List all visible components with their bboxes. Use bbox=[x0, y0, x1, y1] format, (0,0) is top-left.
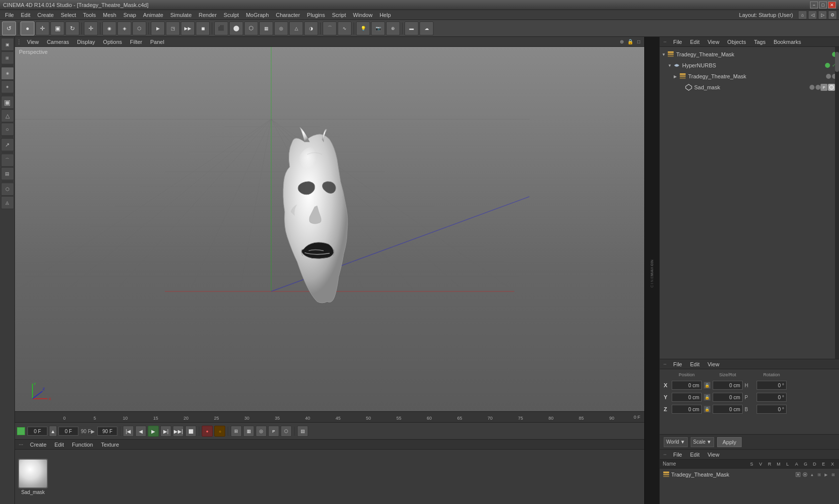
vp-icon-lock[interactable]: 🔒 bbox=[627, 38, 634, 45]
menu-tools[interactable]: Tools bbox=[80, 11, 99, 18]
layout-btn-home[interactable]: ⌂ bbox=[798, 10, 807, 19]
attr-menu-edit[interactable]: Edit bbox=[688, 451, 702, 458]
coords-grip[interactable] bbox=[663, 359, 667, 369]
tool-edge-mode[interactable]: ◈ bbox=[117, 21, 131, 35]
obj-row-sad-mask[interactable]: ▶ Sad_mask P bbox=[660, 82, 839, 93]
coord-lock-x[interactable]: 🔒 bbox=[704, 382, 711, 389]
sidebar-btn-poly[interactable]: ▣ bbox=[1, 96, 14, 109]
sidebar-btn-sculpt4[interactable]: ◬ bbox=[1, 196, 14, 209]
obj-row-hypernurbs[interactable]: ▼ HyperNURBS ✓ bbox=[660, 60, 839, 71]
layout-btn-settings[interactable]: ⚙ bbox=[828, 10, 837, 19]
vp-icon-maximize[interactable]: □ bbox=[635, 38, 642, 45]
material-swatch-sad-mask[interactable] bbox=[18, 459, 48, 489]
obj-scrollbar[interactable] bbox=[835, 47, 839, 359]
menu-help[interactable]: Help bbox=[377, 11, 394, 18]
obj-tag-1[interactable]: P bbox=[821, 84, 828, 91]
tool-render-region[interactable]: ◳ bbox=[166, 21, 180, 35]
step-back-button[interactable]: ◀ bbox=[135, 426, 146, 437]
tool-light[interactable]: 💡 bbox=[356, 21, 370, 35]
coord-z-pos[interactable] bbox=[672, 405, 702, 414]
sidebar-btn-sculpt3[interactable]: ⬡ bbox=[1, 183, 14, 196]
obj-render-dot-4[interactable] bbox=[816, 85, 821, 90]
tool-scale[interactable]: ▣ bbox=[50, 21, 64, 35]
record-button[interactable]: ⏹ bbox=[185, 426, 196, 437]
obj-menu-file[interactable]: File bbox=[671, 38, 684, 45]
sidebar-btn-sculpt2[interactable]: ▤ bbox=[1, 167, 14, 180]
coord-y-pos[interactable] bbox=[672, 393, 702, 402]
attr-ind-2[interactable] bbox=[802, 472, 808, 478]
maximize-button[interactable]: □ bbox=[819, 1, 827, 8]
vp-menu-view[interactable]: View bbox=[25, 38, 41, 45]
attr-row-tradegy[interactable]: Tradegy_Theatre_Mask bbox=[660, 470, 839, 480]
coords-menu-view[interactable]: View bbox=[706, 361, 722, 368]
record-keyframe-button[interactable]: ● bbox=[202, 426, 213, 437]
attr-ind-5[interactable]: ▶ bbox=[823, 472, 829, 478]
viewport-grip[interactable] bbox=[17, 37, 21, 46]
tool-sky[interactable]: ☁ bbox=[420, 21, 433, 35]
tool-rotate[interactable]: ↻ bbox=[65, 21, 79, 35]
coord-y-rot[interactable] bbox=[757, 393, 787, 402]
tool-cylinder[interactable]: ⬡ bbox=[244, 21, 258, 35]
menu-file[interactable]: File bbox=[2, 11, 17, 18]
attr-ind-1[interactable] bbox=[795, 472, 801, 478]
menu-edit[interactable]: Edit bbox=[18, 11, 33, 18]
layout-btn-right[interactable]: ▷ bbox=[818, 10, 827, 19]
tool-undo[interactable]: ↺ bbox=[2, 21, 16, 35]
menu-render[interactable]: Render bbox=[196, 11, 220, 18]
frame-end-input[interactable] bbox=[97, 427, 117, 436]
sidebar-btn-snap[interactable]: ⊞ bbox=[1, 51, 14, 64]
tool-sphere[interactable]: ⬤ bbox=[229, 21, 243, 35]
go-to-end-button[interactable]: ▶▶| bbox=[173, 426, 184, 437]
mat-menu-create[interactable]: Create bbox=[28, 441, 48, 448]
coord-scale-dropdown[interactable]: Scale ▼ bbox=[691, 437, 714, 447]
sidebar-btn-tex[interactable]: ◈ bbox=[1, 80, 14, 93]
menu-simulate[interactable]: Simulate bbox=[167, 11, 195, 18]
viewport[interactable]: Perspective bbox=[15, 47, 644, 411]
attr-menu-view[interactable]: View bbox=[706, 451, 722, 458]
vp-menu-display[interactable]: Display bbox=[75, 38, 97, 45]
obj-row-tradegy-child[interactable]: ▶ Tradegy_Theatre_Mask bbox=[660, 71, 839, 82]
coord-y-size[interactable] bbox=[713, 393, 743, 402]
vp-menu-cameras[interactable]: Cameras bbox=[45, 38, 71, 45]
vp-icon-expand[interactable]: ⊕ bbox=[618, 38, 625, 45]
sidebar-btn-point[interactable]: ○ bbox=[1, 123, 14, 136]
apply-button[interactable]: Apply bbox=[717, 437, 742, 447]
obj-menu-objects[interactable]: Objects bbox=[725, 38, 748, 45]
mat-grip[interactable] bbox=[18, 440, 24, 449]
vp-menu-filter[interactable]: Filter bbox=[128, 38, 144, 45]
tool-plane[interactable]: ▦ bbox=[259, 21, 273, 35]
obj-scrollbar-thumb[interactable] bbox=[835, 52, 839, 72]
vp-menu-panel[interactable]: Panel bbox=[148, 38, 166, 45]
coord-x-pos[interactable] bbox=[672, 381, 702, 390]
timeline-tool-dots[interactable]: ⬡ bbox=[281, 426, 292, 437]
tool-camera[interactable]: 📷 bbox=[371, 21, 385, 35]
menu-mograph[interactable]: MoGraph bbox=[243, 11, 272, 18]
timeline-tool-2[interactable]: ▦ bbox=[243, 426, 254, 437]
mat-menu-texture[interactable]: Texture bbox=[99, 441, 121, 448]
menu-create[interactable]: Create bbox=[34, 11, 57, 18]
play-button[interactable]: ▶ bbox=[148, 426, 159, 437]
frame-step-up[interactable]: ▲ bbox=[49, 426, 57, 437]
tool-render-settings[interactable]: ◼ bbox=[196, 21, 210, 35]
sidebar-btn-model[interactable]: ◉ bbox=[1, 67, 14, 80]
timeline-tool-p[interactable]: P bbox=[268, 426, 279, 437]
obj-row-tradegy-root[interactable]: ▼ Tradegy_Theatre_Mask bbox=[660, 49, 839, 60]
sidebar-btn-axis[interactable]: ↗ bbox=[1, 138, 14, 151]
vp-menu-options[interactable]: Options bbox=[101, 38, 124, 45]
tool-live-select[interactable]: ● bbox=[20, 21, 34, 35]
coord-z-size[interactable] bbox=[713, 405, 743, 414]
tool-render-full[interactable]: ▶▶ bbox=[181, 21, 195, 35]
coord-x-size[interactable] bbox=[713, 381, 743, 390]
timeline-settings[interactable]: ▤ bbox=[297, 426, 308, 437]
mat-menu-function[interactable]: Function bbox=[70, 441, 95, 448]
menu-mesh[interactable]: Mesh bbox=[100, 11, 119, 18]
sidebar-btn-edge[interactable]: △ bbox=[1, 109, 14, 122]
add-keyframe-button[interactable]: ⬦ bbox=[214, 426, 225, 437]
tool-target[interactable]: ⊕ bbox=[386, 21, 400, 35]
mat-menu-edit[interactable]: Edit bbox=[52, 441, 66, 448]
tool-model-mode[interactable]: ◉ bbox=[102, 21, 116, 35]
coords-menu-edit[interactable]: Edit bbox=[688, 361, 702, 368]
attr-grip[interactable] bbox=[663, 450, 667, 459]
coord-z-rot[interactable] bbox=[757, 405, 787, 414]
material-item[interactable]: Sad_mask bbox=[18, 459, 48, 495]
